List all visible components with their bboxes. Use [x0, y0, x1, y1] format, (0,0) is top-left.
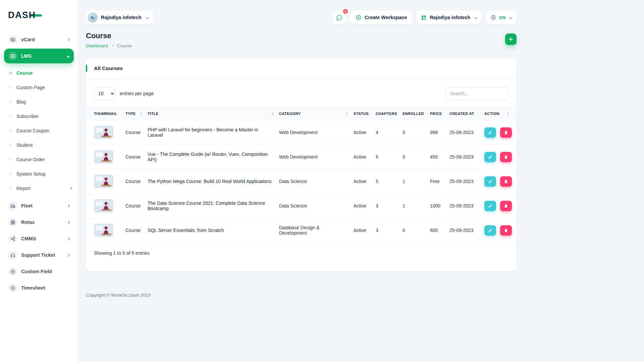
edit-course-button[interactable] [484, 127, 496, 138]
courses-table: THUMBNAIL TYPE TITLE CATEGORY STATUS CHA… [86, 107, 517, 243]
edit-course-button[interactable] [484, 176, 496, 187]
sidebar-subitem-course-coupon[interactable]: Course Coupon [0, 123, 78, 138]
breadcrumb-dashboard-link[interactable]: Dashboard [86, 43, 108, 48]
card-title: All Courses [94, 65, 123, 71]
sidebar-subitem-custom-page[interactable]: Custom Page [0, 80, 78, 95]
sidebar-subitem-course-order[interactable]: Course Order [0, 152, 78, 167]
topbar-actions: 0 Create Workspace Rajodiya infotech EN [332, 11, 517, 24]
cell-chapters: 5 [373, 145, 400, 169]
cell-category: Data Science [276, 194, 351, 218]
delete-course-button[interactable] [500, 201, 512, 211]
plus-circle-icon [356, 14, 362, 20]
column-header-type[interactable]: TYPE [123, 107, 145, 120]
sidebar-item-support-ticket[interactable]: Support Ticket [4, 248, 74, 262]
delete-course-button[interactable] [500, 225, 512, 236]
chevron-down-icon [146, 16, 149, 19]
table-row: Course SQL Server Essentials, from Scrat… [86, 218, 517, 243]
edit-course-button[interactable] [484, 201, 496, 211]
course-thumbnail-image [94, 175, 113, 188]
delete-course-button[interactable] [500, 152, 512, 162]
id-card-icon [8, 35, 17, 44]
sidebar-item-cmms[interactable]: CMMS [4, 231, 74, 246]
edit-course-button[interactable] [484, 225, 496, 236]
sidebar-subitem-subscriber[interactable]: Subscriber [0, 109, 78, 123]
globe-icon [490, 14, 496, 20]
copyright-text: Copyright © WorkDo Dash 2023 [86, 293, 517, 298]
bullet-icon [9, 144, 12, 146]
cell-chapters: 4 [373, 120, 400, 145]
cell-category: Database Design & Development [276, 218, 351, 243]
workspace-switcher-dropdown[interactable]: Rajodiya infotech [416, 11, 482, 24]
sidebar-item-lms[interactable]: LMS [4, 49, 74, 63]
chat-button[interactable]: 0 [332, 11, 346, 24]
cell-title: The Python Mega Course: Build 10 Real Wo… [145, 169, 276, 194]
sidebar-item-label: Support Ticket [21, 252, 55, 258]
column-header-action[interactable]: ACTION [482, 107, 517, 120]
create-workspace-button[interactable]: Create Workspace [350, 11, 412, 24]
cell-status: Active [351, 218, 373, 243]
app-logo-text: DASH [8, 10, 36, 20]
topbar: Rajodiya infotech 0 Create Workspace Raj… [86, 11, 517, 24]
cell-enrolled: 0 [400, 218, 427, 243]
sort-icon[interactable] [140, 112, 142, 115]
workspace-name: Rajodiya infotech [101, 15, 142, 20]
sidebar-subitem-report[interactable]: Report [0, 181, 78, 195]
cell-chapters: 5 [373, 169, 400, 194]
chevron-right-icon [67, 237, 70, 240]
delete-course-button[interactable] [500, 127, 512, 138]
language-dropdown[interactable]: EN [486, 11, 517, 24]
entries-per-page-select[interactable]: 10 [94, 87, 115, 100]
create-workspace-label: Create Workspace [365, 15, 407, 20]
column-header-price: PRICE [427, 107, 447, 120]
cell-category: Data Science [276, 169, 351, 194]
sidebar-item-rotas[interactable]: Rotas [4, 215, 74, 230]
sidebar-subitem-blog[interactable]: Blog [0, 95, 78, 109]
sidebar-item-fleet[interactable]: Fleet [4, 198, 74, 213]
workspace-avatar [88, 12, 98, 22]
column-header-chapters: CHAPTERS [373, 107, 400, 120]
cell-enrolled: 0 [400, 120, 427, 145]
sidebar-subitem-course[interactable]: Course [0, 66, 78, 80]
headset-icon [8, 251, 17, 259]
cell-title: PHP with Laravel for beginners - Become … [145, 120, 276, 145]
add-course-button[interactable] [505, 34, 517, 45]
delete-course-button[interactable] [500, 176, 512, 187]
sidebar-subitem-label: Report [16, 186, 31, 191]
truck-icon [8, 201, 17, 210]
sidebar-item-vcard[interactable]: vCard [4, 32, 74, 47]
pencil-icon [488, 204, 492, 208]
workspace-dropdown[interactable]: Rajodiya infotech [86, 11, 153, 24]
sidebar-item-label: Rotas [21, 220, 35, 225]
sidebar-item-label: Custom Field [21, 269, 52, 274]
chevron-down-icon [67, 54, 70, 58]
app-root: DASH vCard LMS Course [0, 0, 525, 362]
trash-icon [504, 228, 508, 233]
sort-icon[interactable] [272, 112, 274, 115]
bullet-icon [9, 173, 12, 175]
sidebar: DASH vCard LMS Course [0, 0, 78, 362]
column-header-category[interactable]: CATEGORY [276, 107, 351, 120]
search-input[interactable] [445, 87, 508, 100]
column-header-status: STATUS [351, 107, 373, 120]
sidebar-item-custom-field[interactable]: Custom Field [4, 264, 74, 279]
cell-type: Course [123, 218, 145, 243]
column-header-title[interactable]: TITLE [145, 107, 276, 120]
plus-icon [508, 37, 514, 42]
chevron-down-icon [474, 16, 478, 19]
cell-price: Free [427, 169, 447, 194]
cell-title: SQL Server Essentials, from Scratch [145, 218, 276, 243]
sidebar-subitem-label: Subscriber [16, 114, 39, 119]
cell-title: Vue - The Complete Guide (w/ Router, Vue… [145, 145, 276, 169]
app-logo[interactable]: DASH [0, 0, 78, 26]
column-header-enrolled: ENROLLED [400, 107, 427, 120]
table-controls: 10 entries per page [86, 79, 517, 107]
edit-course-button[interactable] [484, 152, 496, 162]
course-thumbnail-image [94, 199, 113, 213]
sort-icon[interactable] [507, 112, 509, 115]
sort-icon[interactable] [346, 112, 348, 115]
sidebar-item-label: LMS [21, 53, 32, 59]
sidebar-subitem-student[interactable]: Student [0, 138, 78, 152]
sidebar-item-timesheet[interactable]: Timesheet [4, 281, 74, 295]
sidebar-subitem-system-setup[interactable]: System Setup [0, 167, 78, 181]
cell-status: Active [351, 120, 373, 145]
